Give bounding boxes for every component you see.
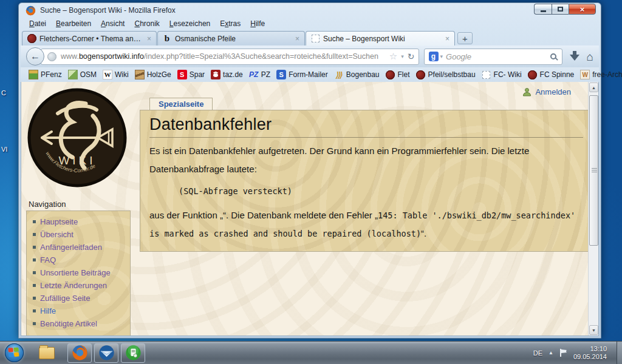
bookmark-bogenbau[interactable]: ⟩⟩⟩Bogenbau [331,70,383,79]
start-button[interactable] [5,343,24,362]
taskbar-explorer-button[interactable] [35,343,59,363]
sidebar-item-faq[interactable]: FAQ [33,254,126,266]
wiki-page: Anmelden WIKI [21,82,588,335]
reload-icon[interactable]: ↻ [408,52,415,61]
bookmark-label: Spar [190,70,205,79]
bookmark-flet[interactable]: Flet [383,70,413,79]
language-indicator[interactable]: DE [533,349,542,357]
user-icon [522,87,531,96]
sidebar-link[interactable]: Übersicht [40,228,73,241]
menu-datei[interactable]: Datei [24,18,51,29]
tray-expand-icon[interactable]: ▲ [549,350,553,356]
menubar: Datei Bearbeiten Ansicht Chronik Lesezei… [21,18,599,30]
sidebar-link[interactable]: Anfängerleitfaden [40,241,102,254]
new-tab-button[interactable]: + [457,32,473,44]
home-button[interactable]: ⌂ [587,51,593,62]
login-label: Anmelden [535,87,571,96]
sidebar-link[interactable]: Hilfe [40,305,56,317]
menu-ansicht[interactable]: Ansicht [96,18,129,29]
downloads-button[interactable] [570,51,579,62]
tab-close-icon[interactable]: × [295,35,300,42]
menu-chronik[interactable]: Chronik [129,18,164,29]
close-button[interactable]: × [569,4,596,15]
menu-accesskey: D [29,19,35,28]
bookmark-free-archers[interactable]: Wfree-Archers [577,70,622,79]
back-button[interactable]: ← [26,47,44,66]
sidebar-link[interactable]: Zufällige Seite [40,292,90,305]
taskbar-firefox-button[interactable] [67,343,92,363]
tab-osmanische-pfeile[interactable]: b Osmanische Pfeile × [157,31,305,46]
engine-dropdown-icon[interactable]: ▾ [440,53,443,59]
bookmark-label: Pfeil/selbstbau [428,70,476,79]
bookmark-pfeil-selbstbau[interactable]: Pfeil/selbstbau [413,70,479,79]
free-archers-icon: W [580,70,590,79]
menu-lesezeichen[interactable]: Lesezeichen [165,18,215,29]
sidebar-item-benoetigte-artikel[interactable]: Benötigte Artikel [33,317,126,330]
taskbar-thunderbird-button[interactable] [94,343,118,363]
bookmark-wiki[interactable]: WWiki [100,70,132,79]
sidebar-link[interactable]: Hauptseite [40,215,78,228]
bookmark-label: FC Spinne [540,70,575,79]
site-identity-globe-icon[interactable] [47,52,56,61]
bookmark-label: Form-Mailer [289,70,328,79]
titlebar[interactable]: Suche – Bogensport Wiki - Mozilla Firefo… [21,3,599,18]
content-area: Datenbankfehler Es ist ein Datenbankfehl… [140,110,593,252]
search-input[interactable]: Google [446,52,550,61]
sidebar-item-uebersicht[interactable]: Übersicht [33,228,126,241]
bookmark-spar[interactable]: SSpar [174,70,208,79]
sidebar-link[interactable]: Unsortierte Beiträge [40,266,111,279]
bookmark-pfenz[interactable]: PFenz [26,70,65,79]
action-center-flag-icon[interactable] [559,349,567,357]
taskbar-clock[interactable]: 13:10 09.05.2014 [573,345,607,361]
menu-label: nsicht [106,19,125,28]
search-icon[interactable] [550,53,556,59]
bookmark-holzge[interactable]: HolzGe [132,70,174,79]
tab-spezialseite[interactable]: Spezialseite [149,98,213,110]
tab-fletchers-corner[interactable]: Fletchers-Corner • Thema anzeigen - ... … [22,31,157,46]
sidebar-item-letzte-aenderungen[interactable]: Letzte Änderungen [33,279,126,292]
tab-close-icon[interactable]: × [445,35,450,42]
menu-label: tras [228,19,241,28]
sidebar-item-zufaellige-seite[interactable]: Zufällige Seite [33,292,126,305]
scrollbar-thumb[interactable] [589,95,598,246]
tab-suche-bogensport-wiki[interactable]: Suche – Bogensport Wiki × [306,31,455,46]
login-link[interactable]: Anmelden [522,87,571,96]
close-icon: × [580,5,585,13]
sidebar-item-hilfe[interactable]: Hilfe [33,305,126,317]
bookmark-form-mailer[interactable]: SForm-Mailer [273,70,331,79]
holzge-icon [135,70,145,79]
taskbar-green-app-button[interactable] [121,343,145,363]
scroll-down-button[interactable]: ▼ [589,325,598,335]
sidebar-link[interactable]: Benötigte Artikel [40,317,97,330]
sidebar-item-anfaengerleitfaden[interactable]: Anfängerleitfaden [33,241,126,254]
fc-logo-icon [416,70,426,79]
url-text[interactable]: www.bogensportwiki.info/index.php?title=… [61,52,389,61]
menu-extras[interactable]: Extras [215,18,245,29]
search-bar[interactable]: g ▾ Google [424,49,562,65]
bookmark-pz[interactable]: PZPZ [246,70,273,79]
maximize-button[interactable] [552,4,569,15]
bookmark-fc-wiki[interactable]: FC- Wiki [479,70,525,79]
bookmark-star-icon[interactable]: ☆ [389,51,397,62]
tab-title: Fletchers-Corner • Thema anzeigen - ... [39,35,143,43]
bullet-icon [33,284,36,287]
vertical-scrollbar[interactable]: ▲ ▼ [588,82,598,335]
sidebar-link[interactable]: FAQ [40,254,56,266]
scroll-up-button[interactable]: ▲ [589,83,598,92]
bookmark-osm[interactable]: OSM [65,70,100,79]
sidebar-item-unsortierte-beitraege[interactable]: Unsortierte Beiträge [33,266,126,279]
url-dropdown-icon[interactable]: ▾ [401,53,404,59]
url-bar[interactable]: www.bogensportwiki.info/index.php?title=… [41,49,419,65]
bookmark-taz[interactable]: taz.de [208,70,246,79]
tab-close-icon[interactable]: × [146,35,152,42]
minimize-button[interactable] [534,4,552,15]
bookmark-fc-spinne[interactable]: FC Spinne [525,70,578,79]
menu-bearbeiten[interactable]: Bearbeiten [51,18,96,29]
google-engine-icon[interactable]: g [429,52,439,61]
menu-hilfe[interactable]: Hilfe [245,18,270,29]
sidebar-link[interactable]: Letzte Änderungen [40,279,107,292]
show-desktop-button[interactable] [617,342,622,364]
bullet-icon [33,258,36,261]
wiki-logo[interactable]: WIKI www.Fletchers-Corner.de [27,88,127,187]
sidebar-item-hauptseite[interactable]: Hauptseite [33,215,126,228]
